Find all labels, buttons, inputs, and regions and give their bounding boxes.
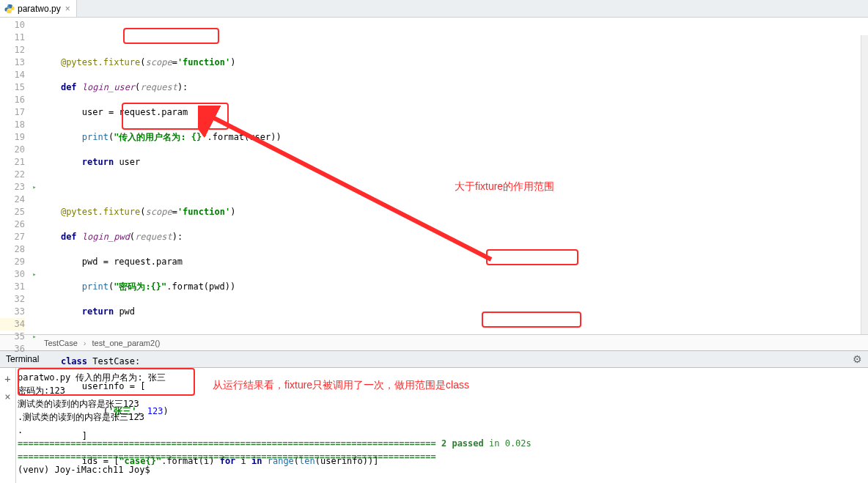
code-line: class TestCase: [40,355,868,368]
terminal-line: . [18,424,868,437]
terminal-title: Terminal [6,354,39,364]
code-line: pwd = request.param [40,256,868,268]
code-area[interactable]: @pytest.fixture(scope='function') def lo… [40,18,868,334]
code-line: @pytest.fixture(scope='function') [40,56,868,69]
code-line: return pwd [40,306,868,318]
close-terminal-icon[interactable]: × [4,390,10,403]
terminal-output[interactable]: + × paratwo.py 传入的用户名为: 张三 密码为:123 测试类的读… [0,368,868,483]
svg-point-0 [7,5,8,6]
code-line: @pytest.fixture(scope='function') [40,206,868,218]
close-tab-icon[interactable]: × [64,4,72,14]
code-line: return user [40,156,868,169]
svg-point-1 [11,11,12,12]
terminal-toolbar: + × [0,368,16,483]
code-line [40,32,868,44]
terminal-line: .测试类的读到的内容是张三123 [18,410,868,424]
code-line: user = request.param [40,106,868,119]
code-line [40,181,868,193]
terminal-line: 密码为:123 [18,384,868,397]
line-number-gutter: 1011121314151617181920212223242526272829… [0,18,29,334]
file-tab[interactable]: paratwo.py × [0,0,77,17]
tab-filename: paratwo.py [18,4,61,14]
editor-scrollbar[interactable] [861,35,868,334]
terminal-line: ========================================… [18,437,868,463]
python-file-icon [4,4,15,14]
fold-gutter: ▸▸▸ [29,18,40,334]
code-line [40,331,868,343]
terminal-prompt: (venv) Joy-iMac:ch11 Joy$ [18,463,868,476]
terminal-line: paratwo.py 传入的用户名为: 张三 [18,371,868,384]
tab-bar: paratwo.py × [0,0,868,18]
code-editor[interactable]: 1011121314151617181920212223242526272829… [0,18,868,334]
terminal-line: 测试类的读到的内容是张三123 [18,397,868,410]
code-line: print("传入的用户名为: {}".format(user)) [40,131,868,144]
code-line: def login_user(request): [40,81,868,94]
add-terminal-icon[interactable]: + [4,372,10,386]
code-line: print("密码为:{}".format(pwd)) [40,281,868,293]
code-line: def login_pwd(request): [40,231,868,243]
